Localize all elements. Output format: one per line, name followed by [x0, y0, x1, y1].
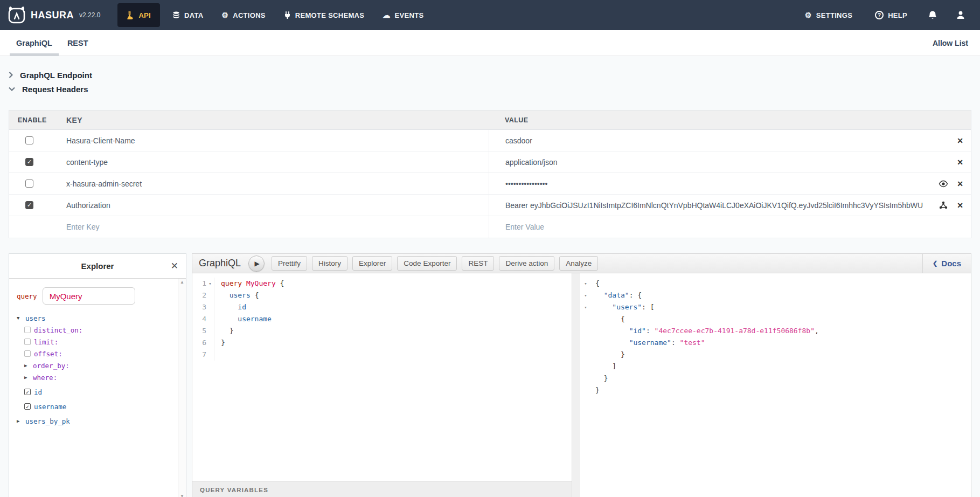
new-header-value-input[interactable]: Enter Value [505, 223, 963, 231]
cloud-icon: ☁ [383, 11, 390, 19]
scroll-up-icon[interactable]: ▲ [180, 280, 184, 285]
column-enable: ENABLE [9, 116, 57, 124]
request-headers-section-toggle[interactable]: Request Headers [9, 83, 971, 95]
remove-header-icon[interactable]: ✕ [957, 201, 963, 210]
nav-item-data[interactable]: DATA [163, 0, 212, 30]
graphql-endpoint-section-toggle[interactable]: GraphQL Endpoint [9, 69, 971, 81]
brand-name: HASURA [31, 10, 74, 21]
nav-item-actions[interactable]: ⚙ ACTIONS [212, 0, 274, 30]
tree-field-users-by-pk[interactable]: ▶ users_by_pk [17, 417, 178, 425]
response-code: ▾{▾ "data": {▾ "users": [ { "id": "4ec7c… [580, 278, 971, 396]
derive-action-button[interactable]: Derive action [499, 256, 554, 271]
explorer-scrollbar[interactable]: ▲ ▼ [178, 279, 186, 497]
pane-resize-handle[interactable] [572, 273, 580, 497]
nav-item-help[interactable]: ? HELP [866, 0, 916, 30]
nav-item-api[interactable]: API [117, 3, 160, 27]
prettify-button[interactable]: Prettify [272, 256, 307, 271]
explorer-tree: ▼ users distinct_on: limit: offset: [17, 314, 178, 425]
nav-item-settings[interactable]: ⚙ SETTINGS [796, 0, 861, 30]
notifications-button[interactable] [921, 0, 944, 30]
plug-icon [284, 11, 291, 19]
graphiql-panes: 1▾query MyQuery {2 users {3 id4 username… [192, 273, 971, 497]
hasura-brand[interactable]: HASURA v2.22.0 [8, 6, 100, 24]
tab-graphiql[interactable]: GraphiQL [9, 30, 60, 56]
nav-item-label: HELP [888, 11, 907, 19]
header-key[interactable]: Authorization [57, 201, 489, 210]
tree-arg-distinct-on[interactable]: distinct_on: [17, 326, 178, 334]
execute-query-button[interactable]: ▶ [248, 256, 265, 272]
field-checkbox[interactable] [24, 389, 31, 395]
user-menu-button[interactable] [949, 0, 972, 30]
header-row-admin-secret: x-hasura-admin-secret •••••••••••••••• ✕ [9, 173, 971, 195]
bell-icon [928, 10, 937, 20]
arg-checkbox[interactable] [24, 327, 31, 333]
reveal-eye-icon[interactable] [939, 179, 948, 189]
arg-checkbox[interactable] [24, 350, 31, 357]
nav-item-label: SETTINGS [816, 11, 852, 19]
section-title: GraphQL Endpoint [20, 71, 92, 80]
play-icon: ▶ [254, 260, 259, 267]
enable-checkbox[interactable] [25, 158, 33, 166]
nav-item-remote-schemas[interactable]: REMOTE SCHEMAS [275, 0, 373, 30]
gear-icon: ⚙ [805, 11, 812, 19]
chevron-right-icon [9, 72, 13, 78]
header-value-masked[interactable]: •••••••••••••••• [505, 180, 930, 188]
allow-list-link[interactable]: Allow List [933, 39, 968, 47]
nav-item-label: DATA [184, 11, 203, 19]
enable-checkbox[interactable] [25, 180, 33, 188]
enable-checkbox[interactable] [25, 201, 33, 209]
header-value[interactable]: casdoor [505, 136, 948, 145]
header-key[interactable]: Hasura-Client-Name [57, 136, 489, 145]
remove-header-icon[interactable]: ✕ [957, 158, 963, 167]
docs-button[interactable]: ❮ Docs [922, 254, 971, 273]
tree-arg-offset[interactable]: offset: [17, 350, 178, 357]
scroll-down-icon[interactable]: ▼ [180, 494, 184, 497]
tree-field-username[interactable]: username [17, 403, 178, 410]
graphiql-workspace: Explorer ✕ query ▼ users distinct_on: [9, 253, 971, 497]
nav-right: ⚙ SETTINGS ? HELP [796, 0, 972, 30]
header-value[interactable]: application/json [505, 158, 948, 167]
analyze-button[interactable]: Analyze [559, 256, 598, 271]
triangle-right-icon: ▶ [24, 375, 30, 380]
header-row-content-type: content-type application/json ✕ [9, 151, 971, 173]
query-variables-bar[interactable]: QUERY VARIABLES [192, 481, 572, 497]
header-value-jwt[interactable]: Bearer eyJhbGciOiJSUzI1NiIsImtpZCI6ImNlc… [505, 201, 930, 210]
tree-arg-limit[interactable]: limit: [17, 338, 178, 346]
response-viewer: ▾{▾ "data": {▾ "users": [ { "id": "4ec7c… [580, 273, 971, 497]
query-editor-code[interactable]: 1▾query MyQuery {2 users {3 id4 username… [192, 278, 572, 361]
new-header-key-input[interactable]: Enter Key [57, 223, 489, 231]
gears-icon: ⚙ [221, 11, 228, 19]
tab-rest[interactable]: REST [60, 30, 96, 56]
remove-header-icon[interactable]: ✕ [957, 136, 963, 145]
nav-item-events[interactable]: ☁ EVENTS [373, 0, 433, 30]
header-key[interactable]: x-hasura-admin-secret [57, 180, 489, 188]
user-icon [956, 10, 965, 20]
enable-checkbox[interactable] [25, 136, 33, 144]
rest-button[interactable]: REST [462, 256, 494, 271]
explorer-button[interactable]: Explorer [352, 256, 392, 271]
tree-field-id[interactable]: id [17, 388, 178, 396]
explorer-title: Explorer [81, 261, 114, 271]
header-key[interactable]: content-type [57, 158, 489, 167]
tree-arg-where[interactable]: ▶ where: [17, 374, 178, 381]
triangle-right-icon: ▶ [17, 418, 22, 424]
api-tabbar: GraphiQL REST Allow List [0, 30, 980, 56]
graphiql-card: GraphiQL ▶ Prettify History Explorer Cod… [192, 253, 971, 497]
field-checkbox[interactable] [24, 403, 31, 410]
close-explorer-icon[interactable]: ✕ [171, 260, 178, 272]
decode-jwt-icon[interactable] [939, 201, 948, 210]
top-nav: HASURA v2.22.0 API DATA ⚙ ACTIONS REMOTE… [0, 0, 980, 30]
code-exporter-button[interactable]: Code Exporter [397, 256, 457, 271]
history-button[interactable]: History [312, 256, 347, 271]
nav-item-label: ACTIONS [233, 11, 266, 19]
remove-header-icon[interactable]: ✕ [957, 180, 963, 188]
triangle-right-icon: ▶ [24, 363, 30, 368]
column-key: KEY [57, 116, 489, 125]
new-header-row: Enter Key Enter Value [9, 216, 971, 238]
query-editor[interactable]: 1▾query MyQuery {2 users {3 id4 username… [192, 273, 572, 497]
tree-field-users[interactable]: ▼ users [17, 314, 178, 322]
arg-checkbox[interactable] [24, 339, 31, 345]
tree-arg-order-by[interactable]: ▶ order_by: [17, 362, 178, 369]
section-title: Request Headers [22, 85, 88, 94]
query-name-input[interactable] [43, 287, 135, 305]
